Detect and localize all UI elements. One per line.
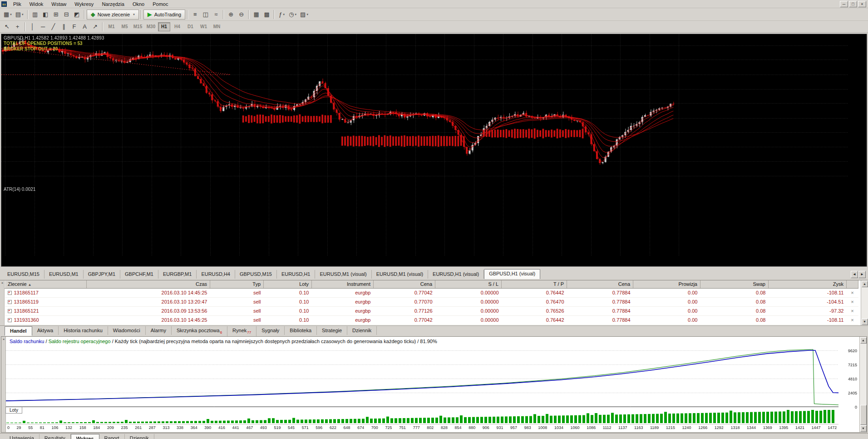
close-position-icon[interactable]: × bbox=[847, 297, 858, 306]
tester-close-button[interactable]: × bbox=[1, 337, 6, 342]
close-position-icon[interactable]: × bbox=[847, 288, 858, 297]
crosshair-button[interactable]: + bbox=[12, 22, 23, 32]
order-row[interactable]: 1319313602016.03.10 14:45:25sell0.10eurg… bbox=[5, 315, 858, 324]
periods-button[interactable]: ◷▾ bbox=[287, 10, 298, 20]
tester-scrollbar[interactable]: ▲ ▼ bbox=[859, 337, 867, 432]
arrows-tool-button[interactable]: ↗ bbox=[90, 22, 100, 32]
line-chart-type-button[interactable]: ≈ bbox=[211, 10, 221, 20]
column-header-swap[interactable]: Swap bbox=[700, 280, 769, 288]
scroll-thumb[interactable] bbox=[860, 405, 867, 425]
terminal-tab-aktywa[interactable]: Aktywa bbox=[32, 326, 59, 335]
column-header-cena[interactable]: Cena bbox=[374, 280, 435, 288]
chart-tab-eurusd-m1[interactable]: EURUSD,M1 bbox=[44, 270, 84, 279]
restore-button[interactable]: □ bbox=[849, 1, 857, 7]
market-watch-button[interactable]: ▥ bbox=[30, 10, 40, 20]
order-row[interactable]: 1318651212016.03.09 13:53:56sell0.10eurg… bbox=[5, 306, 858, 315]
timeframe-w1[interactable]: W1 bbox=[197, 22, 210, 31]
order-row[interactable]: 1318651192016.03.10 13:20:47sell0.10eurg… bbox=[5, 297, 858, 306]
chart-tab-eurgbp-m1[interactable]: EURGBP,M1 bbox=[158, 270, 197, 279]
menu-okno[interactable]: Okno bbox=[128, 0, 148, 8]
terminal-tab-historia-rachunku[interactable]: Historia rachunku bbox=[59, 326, 108, 335]
chart-tab-eurusd-h4[interactable]: EURUSD,H4 bbox=[197, 270, 235, 279]
chart-tab-eurusd-h1[interactable]: EURUSD,H1 bbox=[277, 270, 316, 279]
column-header-zlecenie[interactable]: Zlecenie▲ bbox=[5, 280, 87, 288]
channel-button[interactable]: ∥ bbox=[59, 22, 69, 32]
tester-tab-ustawienia[interactable]: Ustawienia bbox=[5, 434, 39, 439]
tester-tab-wykres[interactable]: Wykres bbox=[71, 434, 99, 439]
timeframe-d1[interactable]: D1 bbox=[184, 22, 197, 31]
scroll-up-icon[interactable]: ▲ bbox=[860, 337, 867, 344]
cursor-button[interactable]: ↖ bbox=[2, 22, 12, 32]
trendline-button[interactable]: ╱ bbox=[48, 22, 59, 32]
menu-wstaw[interactable]: Wstaw bbox=[47, 0, 70, 8]
scroll-down-icon[interactable]: ▼ bbox=[862, 319, 868, 325]
timeframe-m1[interactable]: M1 bbox=[105, 22, 118, 31]
terminal-tab-alarmy[interactable]: Alarmy bbox=[146, 326, 172, 335]
new-chart-button[interactable]: ▦▾ bbox=[2, 10, 14, 20]
tab-scroll-left-icon[interactable]: ◄ bbox=[851, 271, 858, 278]
chart-tab-eurusd-m15[interactable]: EURUSD,M15 bbox=[3, 270, 44, 279]
timeframe-h1[interactable]: H1 bbox=[158, 22, 170, 31]
timeframe-mn[interactable]: MN bbox=[211, 22, 223, 31]
terminal-tab-dziennik[interactable]: Dziennik bbox=[347, 326, 377, 335]
close-position-icon[interactable]: × bbox=[847, 315, 858, 324]
strategy-tester-button[interactable]: ◩ bbox=[72, 10, 82, 20]
minimize-button[interactable]: ─ bbox=[840, 1, 848, 7]
column-header-t-p[interactable]: T / P bbox=[502, 280, 567, 288]
column-header-loty[interactable]: Loty bbox=[264, 280, 312, 288]
profiles-button[interactable]: ▤▾ bbox=[14, 10, 25, 20]
menu-widok[interactable]: Widok bbox=[25, 0, 48, 8]
autotrading-button[interactable]: ▶AutoTrading bbox=[143, 10, 186, 20]
terminal-tab-biblioteka[interactable]: Biblioteka bbox=[285, 326, 317, 335]
terminal-tab-rynek[interactable]: Rynek77 bbox=[227, 326, 256, 336]
timeframe-m5[interactable]: M5 bbox=[118, 22, 131, 31]
column-header-typ[interactable]: Typ bbox=[210, 280, 264, 288]
cascade-windows-button[interactable]: ▩ bbox=[261, 10, 272, 20]
terminal-tab-sygna-y[interactable]: Sygnały bbox=[256, 326, 285, 335]
zoom-in-button[interactable]: ⊕ bbox=[226, 10, 236, 20]
close-position-icon[interactable]: × bbox=[847, 306, 858, 315]
column-header-s-l[interactable]: S / L bbox=[435, 280, 502, 288]
chart-tab-eurusd-m1-visual[interactable]: EURUSD,M1 (visual) bbox=[315, 270, 371, 279]
menu-narz-dzia[interactable]: Narzędzia bbox=[98, 0, 128, 8]
horizontal-line-button[interactable]: ─ bbox=[38, 22, 48, 32]
scroll-up-icon[interactable]: ▲ bbox=[862, 281, 868, 287]
tab-scroll-right-icon[interactable]: ► bbox=[858, 271, 866, 278]
price-chart-canvas[interactable] bbox=[1, 34, 867, 266]
terminal-tab-skrzynka-pocztowa[interactable]: Skrzynka pocztowa6 bbox=[172, 326, 227, 336]
terminal-panel-button[interactable]: ⊟ bbox=[61, 10, 72, 20]
zoom-out-button[interactable]: ⊖ bbox=[236, 10, 247, 20]
order-row[interactable]: 1318651172016.03.10 14:45:25sell0.10eurg… bbox=[5, 288, 858, 297]
column-header-czas[interactable]: Czas bbox=[87, 280, 210, 288]
terminal-tab-strategie[interactable]: Strategie bbox=[317, 326, 347, 335]
terminal-scrollbar[interactable]: ▲ ▼ bbox=[861, 280, 868, 325]
new-order-button[interactable]: ◆Nowe zlecenie▾ bbox=[87, 10, 139, 20]
terminal-close-button[interactable]: × bbox=[0, 281, 5, 286]
menu-pomoc[interactable]: Pomoc bbox=[148, 0, 172, 8]
column-header-prowizja[interactable]: Prowizja bbox=[633, 280, 700, 288]
terminal-tab-wiadomo-ci[interactable]: Wiadomości bbox=[108, 326, 146, 335]
fibonacci-button[interactable]: F bbox=[69, 22, 79, 32]
terminal-tab-handel[interactable]: Handel bbox=[5, 326, 32, 336]
chart-tab-eurusd-m1-visual[interactable]: EURUSD,M1 (visual) bbox=[372, 270, 428, 279]
chart-tab-eurusd-h1-visual[interactable]: EURUSD,H1 (visual) bbox=[428, 270, 484, 279]
close-button[interactable]: × bbox=[858, 1, 866, 7]
tester-tab-dziennik[interactable]: Dziennik bbox=[125, 434, 154, 439]
timeframe-m30[interactable]: M30 bbox=[145, 22, 157, 31]
column-header-zysk[interactable]: Zysk bbox=[769, 280, 847, 288]
column-header-instrument[interactable]: Instrument bbox=[312, 280, 374, 288]
timeframe-h4[interactable]: H4 bbox=[171, 22, 183, 31]
tester-tab-rezultaty[interactable]: Rezultaty bbox=[39, 434, 71, 439]
templates-button[interactable]: ▨▾ bbox=[298, 10, 310, 20]
scroll-down-icon[interactable]: ▼ bbox=[860, 425, 867, 432]
chart-window[interactable]: GBPUSD,H1 1.42582 1.42893 1.42488 1.4289… bbox=[1, 34, 867, 267]
timeframe-m15[interactable]: M15 bbox=[132, 22, 144, 31]
tile-windows-button[interactable]: ▦ bbox=[251, 10, 261, 20]
candle-chart-type-button[interactable]: ◫ bbox=[200, 10, 211, 20]
chart-tab-gbpusd-h1-visual[interactable]: GBPUSD,H1 (visual) bbox=[484, 269, 540, 279]
menu-plik[interactable]: Plik bbox=[9, 0, 25, 8]
vertical-line-button[interactable]: │ bbox=[27, 22, 38, 32]
indicators-button[interactable]: ƒ▾ bbox=[276, 10, 287, 20]
bar-chart-type-button[interactable]: ≡ bbox=[190, 10, 200, 20]
chart-tab-gbpchf-m1[interactable]: GBPCHF,M1 bbox=[120, 270, 158, 279]
